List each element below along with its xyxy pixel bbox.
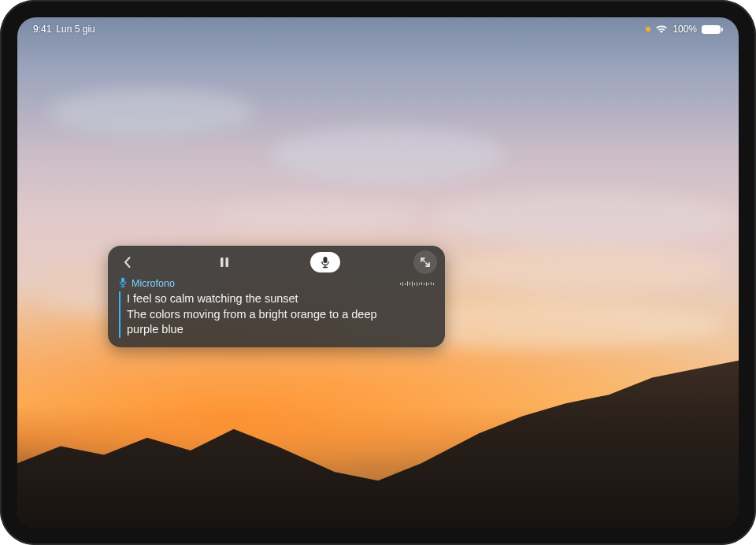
audio-waveform-icon <box>400 281 435 287</box>
transcript-line: The colors moving from a bright orange t… <box>127 307 434 323</box>
device-frame: 9:41 Lun 5 giu 100% <box>0 0 756 545</box>
transcript-line: I feel so calm watching the sunset <box>127 291 434 307</box>
transcript: I feel so calm watching the sunset The c… <box>119 291 434 338</box>
battery-percent: 100% <box>673 24 697 35</box>
transcript-line: purple blue <box>127 322 434 338</box>
status-date: Lun 5 giu <box>56 24 94 35</box>
live-captions-panel[interactable]: Microfono I feel so calm watching the su… <box>108 246 445 347</box>
cloud-decoration <box>458 246 726 293</box>
cloud-decoration <box>269 128 506 183</box>
pause-button[interactable] <box>213 250 236 274</box>
source-label: Microfono <box>132 278 175 289</box>
status-bar: 9:41 Lun 5 giu 100% <box>17 20 739 38</box>
status-time: 9:41 <box>33 24 51 35</box>
panel-toolbar <box>108 246 445 277</box>
expand-button[interactable] <box>413 250 437 274</box>
microphone-button[interactable] <box>310 252 340 272</box>
cloud-decoration <box>49 88 254 135</box>
cloud-decoration <box>214 198 419 230</box>
battery-icon <box>702 25 723 34</box>
svg-rect-3 <box>121 278 124 284</box>
svg-rect-2 <box>323 257 327 263</box>
status-left: 9:41 Lun 5 giu <box>33 24 95 35</box>
panel-body: Microfono I feel so calm watching the su… <box>108 277 445 347</box>
cloud-decoration <box>435 191 734 246</box>
source-row: Microfono <box>119 277 434 290</box>
microphone-icon <box>119 277 127 290</box>
mic-indicator-dot <box>646 27 650 32</box>
svg-rect-1 <box>226 258 229 267</box>
source-label-group: Microfono <box>119 277 175 290</box>
wifi-icon <box>655 24 668 34</box>
screen: 9:41 Lun 5 giu 100% <box>17 17 739 528</box>
svg-rect-0 <box>220 258 224 267</box>
status-right: 100% <box>646 24 723 35</box>
back-button[interactable] <box>116 250 139 274</box>
